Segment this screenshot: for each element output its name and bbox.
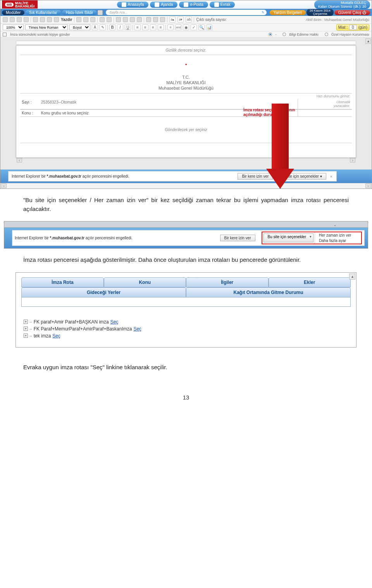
export-icon[interactable] — [33, 17, 38, 22]
xml-icon[interactable]: xml — [175, 24, 181, 30]
align-right-icon[interactable]: ≡ — [150, 24, 156, 30]
allow-once-button-2[interactable]: Bir kere izin ver — [220, 235, 255, 241]
list-bullet-icon[interactable] — [123, 17, 128, 22]
indent-icon[interactable] — [137, 17, 142, 22]
open-icon[interactable] — [10, 17, 15, 22]
nav-ajanda[interactable]: Ajanda — [150, 2, 177, 8]
document[interactable]: Gizlilik derecesi seçiniz. • T.C. MALİYE… — [16, 45, 356, 158]
radio-blank[interactable] — [269, 33, 272, 36]
find-icon[interactable]: 🔍 — [198, 24, 205, 30]
tab-row-2: Gideceği Yerler Kağıt Ortamında Gitme Du… — [21, 287, 351, 297]
mail-icon — [184, 2, 188, 7]
miat-field[interactable]: Miat : 0 (gün) — [336, 24, 369, 31]
scroll-left-icon: ‹ — [1, 183, 7, 188]
site-options-button-2[interactable]: Bu site için seçenekler — [264, 233, 314, 242]
image-icon[interactable] — [153, 17, 158, 22]
tl-icon[interactable]: tl — [167, 24, 174, 30]
outdent-icon[interactable] — [130, 17, 135, 22]
ie-popup-bar-wrap: Internet Explorer bir *.muhasebat.gov.tr… — [0, 169, 372, 183]
cut-icon[interactable] — [76, 17, 81, 22]
menu-more-settings[interactable]: Daha fazla ayar — [319, 239, 357, 243]
tab-kagit[interactable]: Kağıt Ortamında Gitme Durumu — [186, 287, 351, 297]
zoom-select[interactable]: 100% — [3, 24, 24, 30]
bold-button[interactable]: B — [109, 24, 115, 30]
sec-link[interactable]: Seç — [110, 319, 119, 325]
menu-always-allow[interactable]: Her zaman izin ver — [319, 233, 357, 237]
tab-gidecegi[interactable]: Gideceği Yerler — [21, 287, 186, 297]
word-icon[interactable] — [47, 17, 52, 22]
print-icon[interactable] — [54, 17, 59, 22]
nav-eposta[interactable]: e-Posta — [179, 2, 208, 8]
sup-icon[interactable]: a▴ — [169, 17, 176, 22]
menu-moduller[interactable]: Modüller — [2, 10, 24, 15]
font-color-icon[interactable]: A — [92, 24, 98, 30]
pdf-icon[interactable] — [40, 17, 45, 22]
sec-link[interactable]: Seç — [52, 333, 60, 339]
tab-imza-rota[interactable]: İmza Rota — [21, 277, 104, 287]
chart-icon[interactable]: 📊 — [206, 24, 212, 30]
nav-evrak[interactable]: Evrak — [210, 2, 235, 8]
tab-ekler[interactable]: Ekler — [269, 277, 351, 287]
align-center-icon[interactable]: ≡ — [142, 24, 148, 30]
tab-konu[interactable]: Konu — [104, 277, 186, 287]
document-area: ▴ Gizlilik derecesi seçiniz. • T.C. MALİ… — [0, 38, 372, 169]
scroll-up-icon[interactable]: ▴ — [365, 38, 371, 44]
new-icon[interactable] — [3, 17, 8, 22]
clear-icon[interactable]: ab — [186, 17, 192, 22]
save-icon[interactable] — [17, 17, 22, 22]
expand-icon[interactable]: + — [24, 334, 28, 338]
inner-horizontal-scroll[interactable]: ‹› — [16, 158, 356, 163]
refresh-icon[interactable] — [98, 10, 103, 15]
yazi-durumu-hint[interactable]: Yazı durumunu giriniz. — [20, 93, 352, 99]
menu-sik[interactable]: Sık Kullanılanlar — [25, 10, 61, 15]
expand-icon[interactable]: + — [24, 327, 28, 331]
table-icon[interactable] — [146, 17, 151, 22]
site-options-dropdown: Bu site için seçenekler Her zaman izin v… — [262, 232, 362, 244]
scroll-up-icon[interactable]: ▴ — [349, 273, 355, 280]
close-icon[interactable]: × — [329, 174, 333, 179]
highlight-icon[interactable]: ✎ — [100, 24, 106, 30]
ie-msg-suffix: açılır penceresini engelledi. — [81, 174, 129, 178]
doc-header: T.C. MALİYE BAKANLIĞI Muhasebat Genel Mü… — [20, 74, 352, 93]
topbar: MB MALİYE BAKANLIĞI Anasayfa Ajanda e-Po… — [0, 0, 372, 9]
outer-horizontal-scroll[interactable]: ‹› — [0, 183, 372, 189]
send-next-checkbox[interactable] — [3, 33, 7, 36]
copy-icon[interactable] — [83, 17, 88, 22]
paste-icon[interactable] — [90, 17, 95, 22]
font-select[interactable]: Times New Roman — [25, 24, 68, 30]
doc-icon — [214, 2, 219, 7]
size-select[interactable]: Boyut — [69, 24, 90, 30]
undo-icon[interactable] — [100, 17, 105, 22]
sec-link[interactable]: Seç — [133, 326, 141, 332]
sub-icon[interactable]: a▾ — [177, 17, 184, 22]
menu-yardim[interactable]: Yardım Belgeleri — [270, 10, 306, 15]
print-label[interactable]: Yazdır — [61, 17, 72, 22]
calendar-icon — [155, 2, 159, 7]
ie-popup-bar-2: Internet Explorer bir *.muhasebat.gov.tr… — [12, 230, 365, 246]
object-icon[interactable] — [160, 17, 165, 22]
spellcheck-icon[interactable]: ✓ — [191, 24, 197, 30]
globe-icon[interactable]: ◉ — [183, 24, 189, 30]
red-arrow-annotation — [266, 104, 294, 193]
radio-ozel[interactable] — [325, 33, 328, 36]
menu-hata[interactable]: Hata-İstek Bildir — [62, 10, 97, 15]
recipient-placeholder[interactable]: Gönderilecek yer seçiniz — [20, 117, 352, 143]
list-num-icon[interactable] — [116, 17, 121, 22]
sayi-auto: Otomatik yazacaktır. — [298, 99, 352, 109]
rota-label: tek imza — [34, 333, 51, 339]
expand-icon[interactable]: + — [24, 320, 28, 324]
logout-button[interactable]: Güvenli Çıkış ⏻ — [334, 10, 370, 15]
page-search[interactable]: -Sayfa Ara...✎ — [106, 10, 267, 15]
underline-button[interactable]: U — [125, 24, 131, 30]
confidentiality-placeholder[interactable]: Gizlilik derecesi seçiniz. — [20, 47, 352, 55]
align-left-icon[interactable]: ≡ — [134, 24, 141, 30]
tab-ilgiler[interactable]: İlgiler — [186, 277, 269, 287]
saveas-icon[interactable] — [24, 17, 29, 22]
brand: MB MALİYE BAKANLIĞI — [2, 0, 38, 9]
italic-button[interactable]: I — [117, 24, 123, 30]
redo-icon[interactable] — [107, 17, 112, 22]
nav-anasayfa[interactable]: Anasayfa — [117, 2, 149, 8]
align-justify-icon[interactable]: ≡ — [158, 24, 164, 30]
scroll-left-icon: ‹ — [17, 158, 22, 163]
radio-bilgi[interactable] — [282, 33, 286, 36]
